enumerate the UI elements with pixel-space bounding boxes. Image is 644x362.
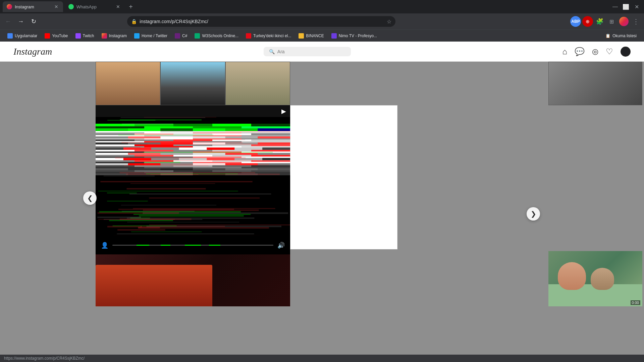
address-text: instagram.com/p/CR4SsjKBZmc/	[140, 19, 384, 24]
right-chevron-icon: ❯	[531, 210, 536, 218]
nav-actions: ABP ⊕ 🧩 ⊞ ⋮	[570, 16, 641, 27]
lock-icon: 🔒	[131, 19, 137, 24]
tab-whatsapp[interactable]: WhatsApp ✕	[64, 1, 125, 12]
bookmark-instagram[interactable]: Instagram	[98, 32, 130, 40]
bookmark-csharp-label: C#	[182, 34, 187, 38]
twitter-favicon	[134, 33, 140, 39]
thumb-top-2	[160, 62, 225, 105]
instagram-header: Instagram 🔍 ⌂ 💬 ◎ ♡	[0, 42, 644, 62]
glitch-video-area	[96, 117, 290, 236]
home-icon[interactable]: ⌂	[562, 47, 568, 56]
play-icon[interactable]: ▶	[281, 108, 286, 115]
right-side-panel	[290, 105, 397, 249]
bookmark-twitch[interactable]: Twitch	[72, 32, 98, 40]
extensions-icon[interactable]: 🧩	[594, 16, 605, 27]
bookmark-instagram-label: Instagram	[109, 34, 127, 38]
extensions-button[interactable]: ABP	[570, 16, 581, 27]
title-bar: Instagram ✕ WhatsApp ✕ + — ⬜ ✕	[0, 0, 644, 13]
nimo-favicon	[331, 33, 337, 39]
bottom-right-thumb: 0:00	[548, 251, 642, 306]
video-progress-bar[interactable]	[112, 245, 273, 246]
bottom-video-area	[96, 254, 290, 306]
bookmark-star-icon[interactable]: ☆	[387, 18, 391, 25]
profile-avatar[interactable]	[621, 47, 631, 57]
status-bar: https://www.instagram.com/p/CR4SsjKBZmc/	[0, 355, 644, 362]
bookmark-turkey[interactable]: Turkey'deki ikinci el...	[243, 32, 294, 40]
messenger-icon[interactable]: 💬	[575, 47, 585, 56]
whatsapp-favicon	[68, 4, 74, 9]
back-button[interactable]: ←	[3, 16, 13, 27]
bookmark-twitter[interactable]: Home / Twitter	[131, 32, 171, 40]
video-top-bar: ▶	[96, 105, 290, 117]
instagram-nav-icons: ⌂ 💬 ◎ ♡	[562, 47, 631, 57]
bookmark-w3schools[interactable]: W3Schools Online...	[191, 32, 242, 40]
bookmark-turkey-label: Turkey'deki ikinci el...	[253, 34, 291, 38]
reading-list-label: Okuma listesi	[612, 34, 637, 38]
thumb-top-1	[96, 62, 160, 105]
nav-bar: ← → ↻ 🔒 instagram.com/p/CR4SsjKBZmc/ ☆ A…	[0, 13, 644, 29]
tab-instagram[interactable]: Instagram ✕	[3, 1, 63, 12]
video-player: ▶ 👤 🔊	[96, 105, 290, 254]
instagram-search-bar[interactable]: 🔍	[264, 47, 351, 56]
instagram-bm-favicon	[102, 33, 107, 39]
search-icon: 🔍	[269, 49, 275, 54]
bookmark-binance-label: BINANCE	[306, 34, 324, 38]
bookmark-youtube-label: YouTube	[52, 34, 68, 38]
apps-favicon	[7, 33, 13, 39]
thumb-top-3	[225, 62, 290, 105]
new-tab-button[interactable]: +	[126, 2, 136, 11]
close-window-button[interactable]: ✕	[632, 2, 641, 11]
heart-icon[interactable]: ♡	[606, 47, 613, 56]
right-top-thumb	[548, 62, 642, 105]
bookmark-twitter-label: Home / Twitter	[142, 34, 167, 38]
bookmark-youtube[interactable]: YouTube	[41, 32, 71, 40]
twitch-favicon	[75, 33, 81, 39]
person-avatar-icon: 👤	[101, 242, 108, 249]
instagram-favicon	[7, 4, 12, 9]
bookmark-binance[interactable]: BINANCE	[295, 32, 327, 40]
reading-list-icon: 📋	[605, 34, 610, 38]
youtube-favicon	[45, 33, 50, 39]
video-controls: 👤 🔊	[96, 236, 290, 254]
window-controls: — ⬜ ✕	[610, 2, 641, 11]
bookmark-nimo-label: Nimo TV - Profesyo...	[339, 34, 377, 38]
minimize-button[interactable]: —	[610, 2, 620, 11]
turkey-favicon	[246, 33, 251, 39]
maximize-button[interactable]: ⬜	[621, 2, 631, 11]
browser-frame: Instagram ✕ WhatsApp ✕ + — ⬜ ✕ ← → ↻ 🔒 i…	[0, 0, 644, 362]
forward-button[interactable]: →	[15, 16, 26, 27]
close-icon: ✕	[630, 49, 637, 59]
prev-post-arrow[interactable]: ❮	[83, 191, 97, 205]
reading-list-button[interactable]: 📋 Okuma listesi	[602, 32, 640, 40]
profile-button[interactable]	[619, 16, 629, 27]
tab-instagram-title: Instagram	[15, 4, 51, 9]
bookmark-w3-label: W3Schools Online...	[202, 34, 238, 38]
bookmark-apps-label: Uygulamalar	[15, 34, 37, 38]
menu-button[interactable]: ⋮	[631, 16, 641, 27]
bookmark-apps[interactable]: Uygulamalar	[4, 32, 41, 40]
tab-instagram-close[interactable]: ✕	[54, 4, 59, 9]
tab-whatsapp-title: WhatsApp	[76, 4, 113, 9]
bookmarks-bar: Uygulamalar YouTube Twitch Instagram Hom…	[0, 29, 644, 42]
status-url-text: https://www.instagram.com/p/CR4SsjKBZmc/	[4, 356, 85, 361]
binance-favicon	[299, 33, 304, 39]
tab-whatsapp-close[interactable]: ✕	[115, 4, 121, 9]
reload-button[interactable]: ↻	[28, 16, 39, 27]
search-input[interactable]	[277, 49, 345, 54]
w3-favicon	[195, 33, 200, 39]
instagram-logo: Instagram	[13, 46, 52, 57]
compass-icon[interactable]: ◎	[592, 47, 598, 56]
next-post-arrow[interactable]: ❯	[527, 207, 540, 221]
close-post-button[interactable]: ✕	[630, 48, 637, 59]
bookmark-twitch-label: Twitch	[83, 34, 94, 38]
bookmark-csharp[interactable]: C#	[171, 32, 191, 40]
address-bar[interactable]: 🔒 instagram.com/p/CR4SsjKBZmc/ ☆	[127, 16, 395, 27]
tampermonkey-button[interactable]: ⊕	[582, 16, 593, 27]
top-thumbnails	[96, 62, 290, 105]
bookmark-nimo[interactable]: Nimo TV - Profesyo...	[328, 32, 380, 40]
media-button[interactable]: ⊞	[606, 16, 617, 27]
left-chevron-icon: ❮	[87, 194, 93, 202]
volume-icon[interactable]: 🔊	[277, 242, 285, 249]
page-content: Instagram 🔍 ⌂ 💬 ◎ ♡	[0, 42, 644, 355]
csharp-favicon	[175, 33, 180, 39]
